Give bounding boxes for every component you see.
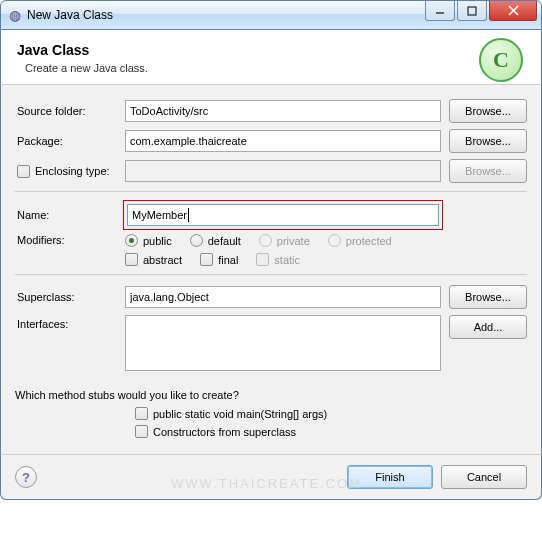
eclipse-icon: ◍ xyxy=(9,7,21,23)
header: Java Class Create a new Java class. C xyxy=(0,30,542,85)
checkbox-main-method[interactable]: public static void main(String[] args) xyxy=(135,407,327,420)
add-interface-button[interactable]: Add... xyxy=(449,315,527,339)
interfaces-input[interactable] xyxy=(125,315,441,371)
checkbox-static: static xyxy=(256,253,300,266)
browse-package-button[interactable]: Browse... xyxy=(449,129,527,153)
row-package: Package: Browse... xyxy=(15,129,527,153)
maximize-button[interactable] xyxy=(457,1,487,21)
text-caret xyxy=(188,208,189,222)
row-source-folder: Source folder: Browse... xyxy=(15,99,527,123)
label-source-folder: Source folder: xyxy=(15,105,125,117)
row-enclosing-type: Enclosing type: Browse... xyxy=(15,159,527,183)
source-folder-input[interactable] xyxy=(125,100,441,122)
label-enclosing-type: Enclosing type: xyxy=(35,165,110,177)
radio-private: private xyxy=(259,234,310,247)
minimize-button[interactable] xyxy=(425,1,455,21)
separator-1 xyxy=(15,191,527,192)
row-modifiers: Modifiers: public default private protec… xyxy=(15,234,527,266)
superclass-input[interactable] xyxy=(125,286,441,308)
title-bar: ◍ New Java Class xyxy=(0,0,542,30)
label-name: Name: xyxy=(15,209,125,221)
finish-button[interactable]: Finish xyxy=(347,465,433,489)
checkbox-final[interactable]: final xyxy=(200,253,238,266)
label-modifiers: Modifiers: xyxy=(15,234,125,246)
checkbox-abstract[interactable]: abstract xyxy=(125,253,182,266)
row-name: Name: MyMember xyxy=(15,202,527,228)
row-superclass: Superclass: Browse... xyxy=(15,285,527,309)
label-package: Package: xyxy=(15,135,125,147)
footer: ? Finish Cancel WWW.THAICREATE.COM xyxy=(0,454,542,500)
radio-public[interactable]: public xyxy=(125,234,172,247)
browse-enclosing-button: Browse... xyxy=(449,159,527,183)
class-icon: C xyxy=(479,38,523,82)
radio-protected: protected xyxy=(328,234,392,247)
enclosing-type-input xyxy=(125,160,441,182)
package-input[interactable] xyxy=(125,130,441,152)
window-title: New Java Class xyxy=(27,8,113,22)
radio-default[interactable]: default xyxy=(190,234,241,247)
name-input[interactable]: MyMember xyxy=(132,209,187,221)
browse-source-button[interactable]: Browse... xyxy=(449,99,527,123)
separator-2 xyxy=(15,274,527,275)
browse-superclass-button[interactable]: Browse... xyxy=(449,285,527,309)
page-title: Java Class xyxy=(17,42,525,58)
label-superclass: Superclass: xyxy=(15,291,125,303)
window-buttons xyxy=(425,1,537,21)
help-button[interactable]: ? xyxy=(15,466,37,488)
close-button[interactable] xyxy=(489,1,537,21)
row-interfaces: Interfaces: Add... xyxy=(15,315,527,373)
svg-rect-1 xyxy=(468,7,476,15)
cancel-button[interactable]: Cancel xyxy=(441,465,527,489)
form-body: Source folder: Browse... Package: Browse… xyxy=(0,85,542,454)
label-stubs-question: Which method stubs would you like to cre… xyxy=(15,389,527,401)
checkbox-constructors[interactable]: Constructors from superclass xyxy=(135,425,296,438)
label-interfaces: Interfaces: xyxy=(15,315,125,330)
watermark: WWW.THAICREATE.COM xyxy=(171,476,362,491)
enclosing-type-checkbox[interactable] xyxy=(17,165,30,178)
page-subtitle: Create a new Java class. xyxy=(25,62,525,74)
